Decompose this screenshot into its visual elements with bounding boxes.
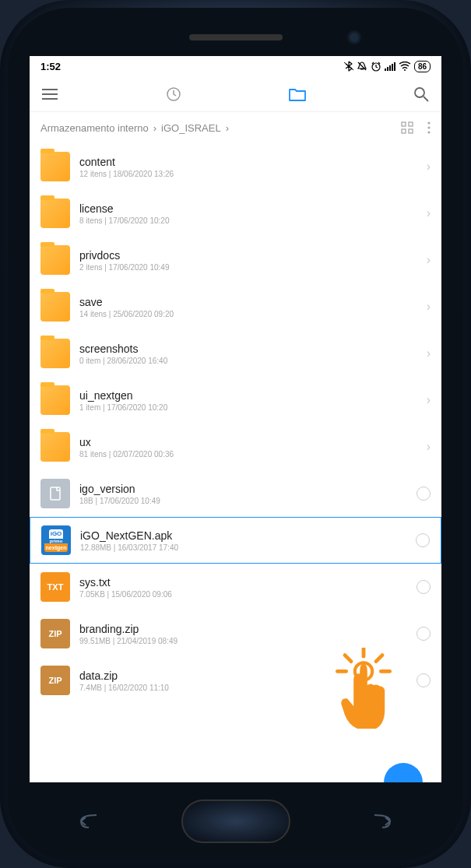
folder-icon	[40, 292, 70, 322]
file-meta: 0 item | 28/06/2020 16:40	[79, 357, 417, 365]
file-info: save14 itens | 25/06/2020 09:20	[79, 296, 417, 318]
file-row[interactable]: TXTsys.txt7.05KB | 15/06/2020 09:06	[30, 564, 441, 610]
file-name: license	[79, 202, 417, 215]
file-list[interactable]: content12 itens | 18/06/2020 13:26›licen…	[30, 143, 441, 782]
select-radio[interactable]	[416, 533, 430, 547]
phone-bezel: 1:52 8	[8, 8, 463, 860]
dnd-icon	[357, 61, 367, 72]
signal-icon	[385, 61, 395, 71]
file-name: ux	[79, 436, 417, 448]
chevron-right-icon: ›	[427, 160, 431, 174]
file-info: sys.txt7.05KB | 15/06/2020 09:06	[79, 576, 407, 599]
svg-rect-15	[402, 122, 406, 126]
file-name: privdocs	[79, 249, 417, 262]
svg-point-19	[427, 121, 430, 124]
file-row[interactable]: ux81 itens | 02/07/2020 00:36›	[30, 423, 441, 470]
file-info: iGO_NextGEN.apk12.88MB | 16/03/2017 17:4…	[80, 529, 406, 552]
front-camera	[346, 30, 362, 45]
file-info: igo_version18B | 17/06/2020 10:49	[79, 483, 407, 505]
android-back-button[interactable]	[78, 814, 98, 829]
screen: 1:52 8	[30, 56, 441, 782]
status-bar: 1:52 8	[30, 56, 441, 76]
chevron-right-icon: ›	[427, 393, 431, 407]
file-info: content12 itens | 18/06/2020 13:26	[79, 156, 417, 178]
speaker-grille	[189, 34, 283, 40]
breadcrumb-root[interactable]: Armazenamento interno	[40, 122, 149, 134]
file-row[interactable]: license8 itens | 17/06/2020 10:20›	[30, 190, 441, 237]
select-radio[interactable]	[417, 673, 431, 687]
folder-icon	[40, 339, 70, 368]
chevron-right-icon: ›	[427, 346, 431, 360]
folder-icon	[40, 385, 70, 415]
file-row[interactable]: ZIPbranding.zip99.51MB | 21/04/2019 08:4…	[30, 610, 441, 657]
alarm-icon	[371, 61, 381, 72]
files-tab[interactable]	[288, 85, 307, 104]
file-meta: 7.05KB | 15/06/2020 09:06	[79, 590, 407, 599]
file-row[interactable]: save14 itens | 25/06/2020 09:20›	[30, 283, 441, 330]
android-home-button[interactable]	[181, 799, 290, 843]
menu-button[interactable]	[40, 85, 59, 104]
file-row[interactable]: ui_nextgen1 item | 17/06/2020 10:20›	[30, 377, 441, 423]
select-radio[interactable]	[417, 627, 431, 641]
svg-rect-3	[385, 69, 386, 71]
file-row[interactable]: screenshots0 item | 28/06/2020 16:40›	[30, 330, 441, 377]
txt-icon: TXT	[40, 572, 70, 602]
svg-rect-6	[392, 64, 393, 71]
file-info: privdocs2 itens | 17/06/2020 10:49	[79, 249, 417, 272]
svg-rect-18	[409, 129, 413, 133]
file-info: ui_nextgen1 item | 17/06/2020 10:20	[79, 389, 417, 412]
recent-tab[interactable]	[164, 85, 183, 104]
svg-rect-16	[409, 122, 413, 126]
file-meta: 12.88MB | 16/03/2017 17:40	[80, 543, 406, 552]
file-name: content	[79, 156, 417, 168]
svg-rect-5	[389, 65, 391, 71]
svg-point-21	[427, 131, 430, 133]
select-radio[interactable]	[417, 487, 431, 501]
file-row[interactable]: iGOprimonextgeniGO_NextGEN.apk12.88MB | …	[30, 517, 441, 564]
status-icons: 86	[344, 61, 431, 72]
file-meta: 14 itens | 25/06/2020 09:20	[79, 310, 417, 318]
file-meta: 7.4MB | 16/02/2020 11:10	[79, 684, 407, 692]
svg-point-20	[427, 126, 430, 128]
android-recent-button[interactable]	[373, 814, 393, 829]
svg-line-14	[424, 97, 428, 101]
file-name: data.zip	[79, 669, 407, 682]
chevron-right-icon: ›	[427, 253, 431, 267]
breadcrumb-bar: Armazenamento interno › iGO_ISRAEL ›	[30, 112, 441, 143]
svg-point-13	[415, 88, 424, 97]
chevron-right-icon: ›	[226, 122, 229, 134]
file-row[interactable]: privdocs2 itens | 17/06/2020 10:49›	[30, 237, 441, 283]
chevron-right-icon: ›	[427, 300, 431, 314]
svg-rect-4	[387, 67, 388, 71]
file-row[interactable]: igo_version18B | 17/06/2020 10:49	[30, 470, 441, 517]
file-row[interactable]: content12 itens | 18/06/2020 13:26›	[30, 143, 441, 190]
file-info: branding.zip99.51MB | 21/04/2019 08:49	[79, 623, 407, 645]
svg-rect-7	[394, 62, 395, 71]
wifi-icon	[399, 61, 411, 71]
bluetooth-icon	[344, 61, 353, 72]
file-info: data.zip7.4MB | 16/02/2020 11:10	[79, 669, 407, 692]
breadcrumb-folder[interactable]: iGO_ISRAEL	[161, 122, 221, 134]
search-button[interactable]	[412, 85, 431, 104]
zip-icon: ZIP	[40, 619, 70, 648]
folder-icon	[40, 432, 70, 462]
file-meta: 12 itens | 18/06/2020 13:26	[79, 170, 417, 178]
grid-view-button[interactable]	[401, 121, 413, 134]
file-meta: 1 item | 17/06/2020 10:20	[79, 403, 417, 412]
overflow-menu-button[interactable]	[427, 121, 431, 134]
apk-icon: iGOprimonextgen	[41, 525, 71, 555]
clock: 1:52	[40, 61, 61, 72]
toolbar	[30, 76, 441, 112]
breadcrumb[interactable]: Armazenamento interno › iGO_ISRAEL ›	[40, 122, 229, 134]
file-meta: 18B | 17/06/2020 10:49	[79, 497, 407, 505]
select-radio[interactable]	[417, 580, 431, 594]
battery-indicator: 86	[414, 61, 431, 72]
svg-rect-17	[402, 129, 406, 133]
file-row[interactable]: ZIPdata.zip7.4MB | 16/02/2020 11:10	[30, 657, 441, 704]
phone-frame: 1:52 8	[0, 0, 471, 868]
file-name: screenshots	[79, 343, 417, 355]
chevron-right-icon: ›	[153, 122, 156, 134]
file-name: iGO_NextGEN.apk	[80, 529, 406, 542]
chevron-right-icon: ›	[427, 206, 431, 220]
folder-icon	[40, 152, 70, 181]
